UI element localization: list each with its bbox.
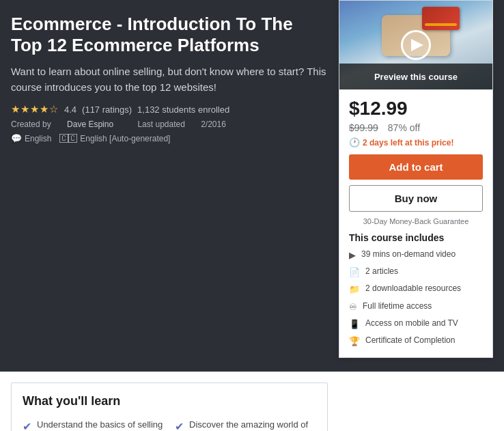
learn-item-text-1: Understand the basics of selling online. bbox=[37, 418, 164, 431]
learn-grid: ✔ Understand the basics of selling onlin… bbox=[23, 418, 316, 431]
includes-title: This course includes bbox=[349, 232, 483, 243]
list-item: 📁 2 downloadable resources bbox=[349, 283, 483, 296]
last-updated-date: 2/2016 bbox=[201, 120, 226, 129]
rating-row: ★★★★☆ 4.4 (117 ratings) 1,132 students e… bbox=[11, 103, 328, 115]
captions-item: 🄲🄲 English [Auto-generated] bbox=[59, 133, 170, 143]
page-wrapper: Ecommerce - Introduction To The Top 12 E… bbox=[0, 0, 504, 431]
list-item: ▶ 39 mins on-demand video bbox=[349, 249, 483, 262]
author-name: Dave Espino bbox=[67, 120, 113, 129]
language-text: English bbox=[25, 134, 51, 143]
star-icons: ★★★★☆ bbox=[11, 103, 59, 115]
timer-text: 2 days left at this price! bbox=[363, 138, 453, 148]
mobile-icon: 📱 bbox=[349, 318, 360, 331]
original-price: $99.99 bbox=[349, 122, 378, 133]
checkmark-icon-1: ✔ bbox=[23, 419, 31, 431]
right-spacer bbox=[339, 383, 493, 431]
buy-now-button[interactable]: Buy now bbox=[349, 185, 483, 212]
checkmark-icon-3: ✔ bbox=[175, 419, 184, 431]
hero-section: Ecommerce - Introduction To The Top 12 E… bbox=[0, 0, 504, 372]
preview-image[interactable]: Preview this course bbox=[339, 1, 492, 89]
student-count: 1,132 students enrolled bbox=[137, 105, 229, 115]
preview-label: Preview this course bbox=[339, 64, 492, 89]
learn-title: What you'll learn bbox=[23, 394, 316, 408]
hero-text: Ecommerce - Introduction To The Top 12 E… bbox=[11, 14, 328, 358]
download-icon: 📁 bbox=[349, 283, 360, 296]
language-item: 💬 English bbox=[11, 133, 51, 143]
price-section: $12.99 $99.99 87% off 🕐 2 days left at t… bbox=[339, 89, 492, 357]
rating-count: 4.4 bbox=[64, 105, 76, 115]
course-card: Preview this course $12.99 $99.99 87% of… bbox=[339, 0, 493, 358]
add-to-cart-button[interactable]: Add to cart bbox=[349, 154, 483, 180]
course-title: Ecommerce - Introduction To The Top 12 E… bbox=[11, 14, 328, 56]
article-icon: 📄 bbox=[349, 266, 360, 279]
certificate-icon: 🏆 bbox=[349, 335, 360, 348]
rating-bracket: (117 ratings) bbox=[82, 105, 132, 115]
list-item: 📱 Access on mobile and TV bbox=[349, 318, 483, 331]
language-row: 💬 English 🄲🄲 English [Auto-generated] bbox=[11, 133, 328, 143]
learn-section: What you'll learn ✔ Understand the basic… bbox=[11, 383, 328, 431]
includes-list: ▶ 39 mins on-demand video 📄 2 articles 📁… bbox=[349, 249, 483, 348]
body-left: What you'll learn ✔ Understand the basic… bbox=[11, 383, 328, 431]
discount-badge: 87% off bbox=[388, 122, 420, 133]
list-item: 📄 2 articles bbox=[349, 266, 483, 279]
video-icon: ▶ bbox=[349, 249, 356, 262]
body-row: What you'll learn ✔ Understand the basic… bbox=[0, 372, 504, 431]
infinity-icon: ♾ bbox=[349, 301, 357, 314]
created-by-label: Created by bbox=[11, 120, 51, 129]
play-triangle-icon bbox=[411, 39, 423, 51]
speech-bubble-icon: 💬 bbox=[11, 133, 22, 143]
clock-icon: 🕐 bbox=[349, 137, 360, 148]
captions-text: English [Auto-generated] bbox=[80, 134, 170, 143]
cc-icon: 🄲🄲 bbox=[59, 133, 77, 143]
course-card-wrapper: Preview this course $12.99 $99.99 87% of… bbox=[339, 0, 493, 358]
play-button[interactable] bbox=[401, 30, 431, 60]
learn-item-3: ✔ Discover the amazing world of online e… bbox=[175, 418, 316, 431]
last-updated-label: Last updated bbox=[137, 120, 184, 129]
price-original-row: $99.99 87% off bbox=[349, 122, 483, 133]
price-current: $12.99 bbox=[349, 98, 408, 119]
list-item: ♾ Full lifetime access bbox=[349, 301, 483, 314]
list-item: 🏆 Certificate of Completion bbox=[349, 335, 483, 348]
countdown-timer: 🕐 2 days left at this price! bbox=[349, 137, 483, 148]
money-back-guarantee: 30-Day Money-Back Guarantee bbox=[349, 217, 483, 225]
course-meta: Created by Dave Espino Last updated 2/20… bbox=[11, 120, 328, 129]
course-subtitle: Want to learn about online selling, but … bbox=[11, 64, 328, 95]
learn-item-text-3: Discover the amazing world of online eco… bbox=[189, 418, 316, 431]
learn-item-1: ✔ Understand the basics of selling onlin… bbox=[23, 418, 164, 431]
